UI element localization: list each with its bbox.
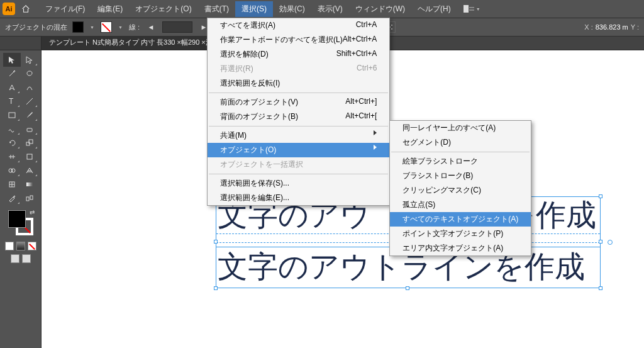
menu-item-label: 選択を解除(D) (220, 49, 269, 60)
menu-表示[interactable]: 表示(V) (311, 1, 349, 17)
scale-tool[interactable] (21, 136, 38, 150)
width-tool[interactable] (3, 150, 21, 164)
menu-bar: Ai ファイル(F)編集(E)オブジェクト(O)書式(T)選択(S)効果(C)表… (0, 0, 644, 18)
menu-オブジェクト[interactable]: オブジェクト(O) (129, 1, 197, 17)
menu-item[interactable]: 作業アートボードのすべてを選択(L)Alt+Ctrl+A (208, 33, 389, 47)
selection-type-label: オブジェクトの混在 (5, 23, 67, 32)
menu-item-label: 共通(M) (220, 130, 247, 141)
submenu-item-label: ブラシストローク(B) (402, 171, 473, 181)
line-tool[interactable] (21, 94, 38, 108)
menu-item[interactable]: 背面のオブジェクト(B)Alt+Ctrl+[ (208, 109, 389, 124)
rotate-tool[interactable] (3, 136, 21, 150)
submenu-item[interactable]: エリア内文字オブジェクト(A) (390, 241, 531, 255)
menu-item[interactable]: オブジェクト(O) (208, 143, 389, 157)
type-tool[interactable]: T (3, 94, 21, 108)
menu-item[interactable]: 選択範囲を保存(S)... (208, 176, 389, 191)
menu-ヘルプ[interactable]: ヘルプ(H) (411, 1, 457, 17)
pen-tool[interactable] (3, 81, 21, 94)
submenu-item[interactable]: 孤立点(S) (390, 198, 531, 212)
svg-line-39 (26, 98, 33, 104)
menu-item-label: オブジェクト(O) (220, 145, 276, 155)
submenu-item[interactable]: セグメント(D) (390, 135, 531, 150)
menu-item[interactable]: 選択を解除(D)Shift+Ctrl+A (208, 47, 389, 62)
menu-shortcut: Ctrl+A (356, 20, 377, 31)
svg-rect-2 (469, 9, 474, 11)
selection-tool[interactable] (3, 53, 21, 67)
handle[interactable] (599, 286, 602, 290)
submenu-item[interactable]: クリッピングマスク(C) (390, 183, 531, 198)
eyedropper-tool[interactable] (3, 191, 21, 205)
submenu-item-label: すべてのテキストオブジェクト(A) (402, 214, 518, 225)
menu-item[interactable]: 共通(M) (208, 128, 389, 143)
shape-builder-tool[interactable] (3, 164, 21, 177)
submenu-item[interactable]: 絵筆ブラシストローク (390, 154, 531, 169)
menu-item[interactable]: 選択範囲を反転(I) (208, 76, 389, 91)
svg-rect-0 (464, 5, 469, 13)
submenu-item[interactable]: すべてのテキストオブジェクト(A) (390, 212, 531, 227)
decrease-icon[interactable]: ◄ (145, 21, 157, 33)
menu-item-label: 前面のオブジェクト(V) (220, 97, 298, 108)
menu-item: 再選択(R)Ctrl+6 (208, 62, 389, 76)
menu-item-label: 選択範囲を反転(I) (220, 78, 280, 89)
menu-item[interactable]: 選択範囲を編集(E)... (208, 191, 389, 205)
eraser-tool[interactable] (21, 122, 38, 136)
menu-書式[interactable]: 書式(T) (198, 1, 235, 17)
submenu-item-label: ポイント文字オブジェクト(P) (402, 228, 503, 239)
stroke-swatch[interactable] (101, 21, 112, 33)
screen-mode-normal[interactable] (11, 254, 19, 263)
toolbox-header (0, 36, 42, 50)
menu-ファイル[interactable]: ファイル(F) (39, 1, 91, 17)
menu-効果[interactable]: 効果(C) (273, 1, 311, 17)
menu-shortcut: Ctrl+6 (357, 64, 377, 74)
home-icon[interactable] (20, 3, 31, 14)
menu-item[interactable]: すべてを選択(A)Ctrl+A (208, 18, 389, 33)
submenu-item[interactable]: ポイント文字オブジェクト(P) (390, 227, 531, 241)
color-mode-gradient[interactable] (16, 242, 25, 250)
fill-stroke-control[interactable]: ⇄ (7, 209, 35, 237)
rectangle-tool[interactable] (3, 108, 21, 122)
shaper-tool[interactable] (3, 122, 21, 136)
object-submenu: 同一レイヤー上のすべて(A)セグメント(D)絵筆ブラシストロークブラシストローク… (389, 120, 531, 256)
menu-item[interactable]: 前面のオブジェクト(V)Alt+Ctrl+] (208, 95, 389, 109)
text-object[interactable]: 文字のアウトラインを作成 (218, 252, 585, 282)
document-title: テンプレート N式簡易タイプ 内寸 長330 ×幅290 ×深150 B (49, 38, 231, 46)
submenu-item-label: クリッピングマスク(C) (402, 185, 481, 196)
menu-ウィンドウ[interactable]: ウィンドウ(W) (349, 1, 411, 17)
handle[interactable] (599, 240, 602, 244)
fill-swatch[interactable] (72, 21, 84, 33)
handle[interactable] (406, 286, 409, 290)
handle[interactable] (599, 194, 602, 198)
menu-編集[interactable]: 編集(E) (91, 1, 129, 17)
lasso-tool[interactable] (21, 67, 38, 81)
handle[interactable] (214, 240, 218, 244)
mesh-tool[interactable] (3, 177, 21, 191)
panel-toggle-icon[interactable]: ▼ (464, 5, 482, 13)
fill-color[interactable] (8, 210, 26, 228)
svg-rect-52 (30, 196, 33, 199)
submenu-item[interactable]: 同一レイヤー上のすべて(A) (390, 121, 531, 135)
blend-tool[interactable] (21, 191, 38, 205)
gradient-tool[interactable] (21, 177, 38, 191)
rotate-handle[interactable] (608, 240, 613, 245)
submenu-item[interactable]: ブラシストローク(B) (390, 169, 531, 183)
stroke-width-field[interactable] (162, 21, 192, 33)
coord-x-value: 836.823 m (596, 23, 628, 31)
color-mode-solid[interactable] (5, 242, 14, 250)
direct-selection-tool[interactable] (21, 53, 38, 67)
chevron-down-icon[interactable]: ▼ (117, 25, 124, 30)
color-mode-none[interactable] (28, 242, 36, 250)
chevron-down-icon[interactable]: ▼ (89, 25, 96, 30)
svg-rect-50 (26, 182, 33, 186)
swap-fill-stroke-icon[interactable]: ⇄ (30, 209, 35, 216)
curvature-tool[interactable] (21, 81, 38, 94)
perspective-grid-tool[interactable] (21, 164, 38, 177)
free-transform-tool[interactable] (21, 150, 38, 164)
magic-wand-tool[interactable] (3, 67, 21, 81)
menu-item-label: 再選択(R) (220, 64, 253, 74)
handle[interactable] (214, 286, 218, 290)
menu-shortcut: Alt+Ctrl+[ (345, 111, 377, 122)
menu-選択[interactable]: 選択(S) (235, 1, 273, 17)
screen-mode-full[interactable] (22, 254, 31, 263)
paintbrush-tool[interactable] (21, 108, 38, 122)
select-menu-dropdown: すべてを選択(A)Ctrl+A作業アートボードのすべてを選択(L)Alt+Ctr… (207, 18, 390, 206)
